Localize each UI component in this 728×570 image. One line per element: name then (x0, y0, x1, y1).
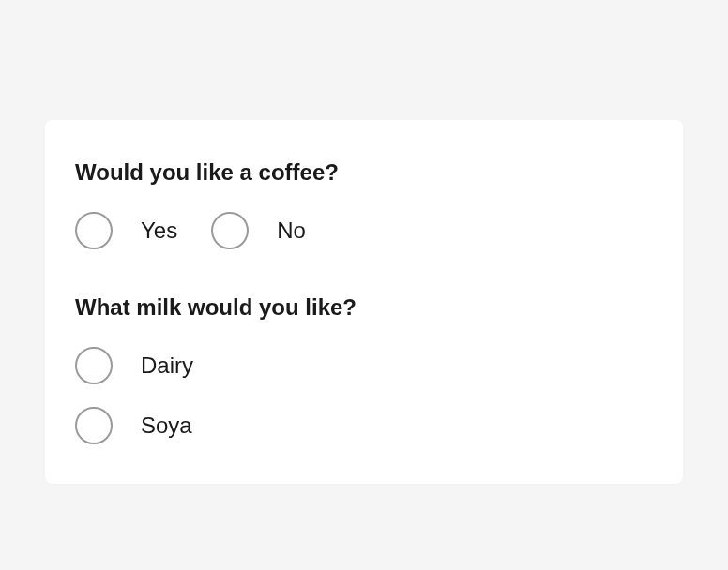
radio-label-dairy: Dairy (141, 352, 193, 379)
options-milk: Dairy Soya (75, 347, 653, 444)
radio-label-no: No (277, 218, 306, 244)
form-card: Would you like a coffee? Yes No What mil… (45, 120, 683, 484)
radio-option-soya[interactable]: Soya (75, 407, 653, 444)
radio-option-dairy[interactable]: Dairy (75, 347, 653, 384)
radio-icon (211, 212, 249, 249)
radio-option-yes[interactable]: Yes (75, 212, 177, 249)
question-coffee: Would you like a coffee? (75, 159, 653, 186)
radio-icon (75, 347, 113, 384)
radio-option-no[interactable]: No (211, 212, 306, 249)
radio-label-yes: Yes (141, 218, 177, 244)
radio-icon (75, 407, 113, 444)
radio-label-soya: Soya (141, 412, 192, 439)
question-milk: What milk would you like? (75, 294, 653, 321)
radio-icon (75, 212, 113, 249)
options-coffee: Yes No (75, 212, 653, 249)
